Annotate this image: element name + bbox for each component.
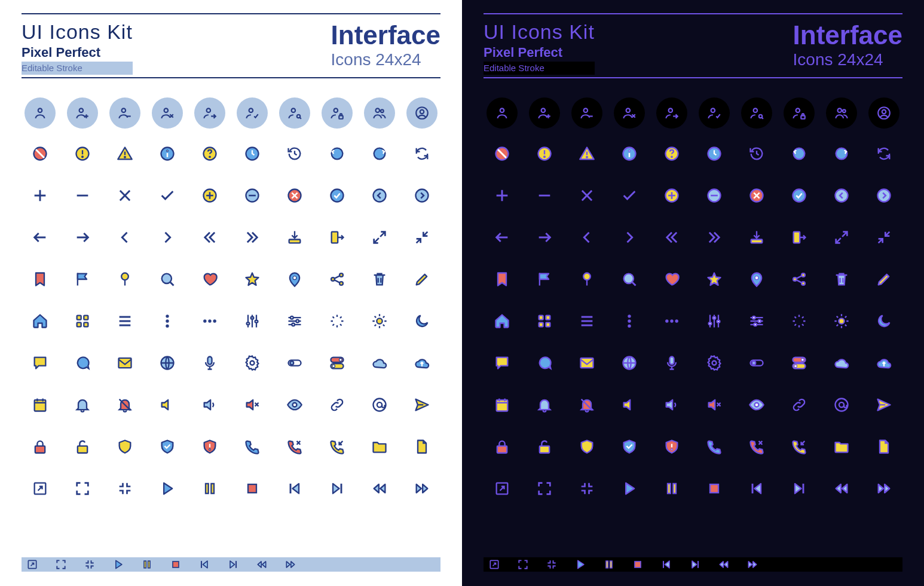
chevrons-left-icon bbox=[191, 223, 228, 254]
toggle-on-icon bbox=[781, 349, 818, 380]
skip-back-icon bbox=[739, 474, 775, 505]
folder-icon bbox=[824, 432, 860, 463]
sliders-h-icon bbox=[739, 307, 775, 338]
message-icon bbox=[22, 349, 58, 380]
send-icon bbox=[866, 390, 902, 422]
fast-forward-icon bbox=[866, 474, 902, 505]
fullscreen-icon bbox=[526, 474, 562, 505]
skip-forward-icon bbox=[689, 558, 701, 570]
shield-check-icon bbox=[149, 432, 185, 463]
shrink-icon bbox=[404, 223, 440, 254]
share-icon bbox=[781, 265, 818, 296]
check-circle-icon bbox=[781, 181, 818, 212]
user-add-icon bbox=[64, 97, 100, 129]
rewind-icon bbox=[824, 474, 860, 505]
plus-circle-icon bbox=[653, 181, 690, 212]
sliders-v-icon bbox=[234, 307, 270, 338]
volume-x-icon bbox=[234, 390, 270, 422]
cloud-up-icon bbox=[866, 349, 902, 380]
star-icon bbox=[234, 265, 270, 296]
user-circle-icon bbox=[404, 97, 440, 129]
chevron-right-circle-icon bbox=[866, 181, 902, 212]
x-icon bbox=[568, 181, 605, 212]
cloud-icon bbox=[362, 349, 398, 380]
bell-off-icon bbox=[106, 390, 143, 422]
share-icon bbox=[319, 265, 356, 296]
skip-forward-icon bbox=[319, 474, 356, 505]
user-arrow-icon bbox=[653, 97, 690, 129]
skip-back-icon bbox=[277, 474, 313, 505]
flag-icon bbox=[526, 265, 562, 296]
mic-icon bbox=[191, 349, 228, 380]
pause-icon bbox=[603, 558, 615, 570]
user-remove-icon bbox=[568, 97, 605, 129]
sun-icon bbox=[824, 307, 860, 338]
header: UI Icons Kit Pixel Perfect Editable Stro… bbox=[22, 20, 440, 75]
category-title: Interface bbox=[793, 20, 902, 50]
user-x-icon bbox=[611, 97, 647, 129]
exit-fullscreen-icon bbox=[546, 558, 558, 570]
chat-icon bbox=[64, 349, 100, 380]
divider-top bbox=[22, 13, 440, 14]
more-horizontal-icon bbox=[191, 307, 228, 338]
home-icon bbox=[484, 307, 520, 338]
info-icon bbox=[149, 139, 185, 170]
no-entry-icon bbox=[484, 139, 520, 170]
alert-circle-icon bbox=[64, 139, 100, 170]
sliders-v-icon bbox=[696, 307, 732, 338]
trash-icon bbox=[362, 265, 398, 296]
pause-icon bbox=[141, 558, 153, 570]
clock-icon bbox=[696, 139, 732, 170]
eye-icon bbox=[277, 390, 313, 422]
menu-icon bbox=[106, 307, 143, 338]
check-circle-icon bbox=[319, 181, 356, 212]
shrink-icon bbox=[866, 223, 902, 254]
play-icon bbox=[112, 558, 124, 570]
user-check-icon bbox=[234, 97, 270, 129]
user-search-icon bbox=[739, 97, 775, 129]
cloud-icon bbox=[824, 349, 860, 380]
light-panel: UI Icons Kit Pixel Perfect Editable Stro… bbox=[0, 0, 462, 586]
bell-off-icon bbox=[568, 390, 605, 422]
user-arrow-icon bbox=[191, 97, 228, 129]
shield-check-icon bbox=[611, 432, 647, 463]
sliders-h-icon bbox=[277, 307, 313, 338]
expand-icon bbox=[362, 223, 398, 254]
fast-forward-icon bbox=[404, 474, 440, 505]
minus-circle-icon bbox=[696, 181, 732, 212]
alert-triangle-icon bbox=[568, 139, 605, 170]
expand-icon bbox=[824, 223, 860, 254]
stop-icon bbox=[170, 558, 182, 570]
shield-alert-icon bbox=[191, 432, 228, 463]
star-icon bbox=[696, 265, 732, 296]
trash-icon bbox=[824, 265, 860, 296]
icon-size: Icons 24x24 bbox=[793, 50, 902, 69]
bookmark-icon bbox=[484, 265, 520, 296]
x-icon bbox=[106, 181, 143, 212]
kit-title: UI Icons Kit bbox=[22, 20, 133, 44]
skip-forward-icon bbox=[227, 558, 239, 570]
shield-icon bbox=[568, 432, 605, 463]
exit-icon bbox=[319, 223, 356, 254]
stop-icon bbox=[632, 558, 644, 570]
user-lock-icon bbox=[319, 97, 356, 129]
exit-fullscreen-icon bbox=[106, 474, 143, 505]
bell-icon bbox=[526, 390, 562, 422]
calendar-icon bbox=[484, 390, 520, 422]
footer-strip-light bbox=[22, 557, 440, 572]
moon-icon bbox=[866, 307, 902, 338]
pin-icon bbox=[106, 265, 143, 296]
user-icon bbox=[22, 97, 58, 129]
users-icon bbox=[362, 97, 398, 129]
search-icon bbox=[611, 265, 647, 296]
external-icon bbox=[488, 558, 500, 570]
kit-subtitle: Pixel Perfect bbox=[484, 45, 595, 60]
calendar-icon bbox=[22, 390, 58, 422]
chevron-right-icon bbox=[611, 223, 647, 254]
shield-icon bbox=[106, 432, 143, 463]
divider-mid bbox=[22, 77, 440, 78]
mic-icon bbox=[653, 349, 690, 380]
more-horizontal-icon bbox=[653, 307, 690, 338]
chevrons-right-icon bbox=[234, 223, 270, 254]
refresh-ccw-icon bbox=[319, 139, 356, 170]
